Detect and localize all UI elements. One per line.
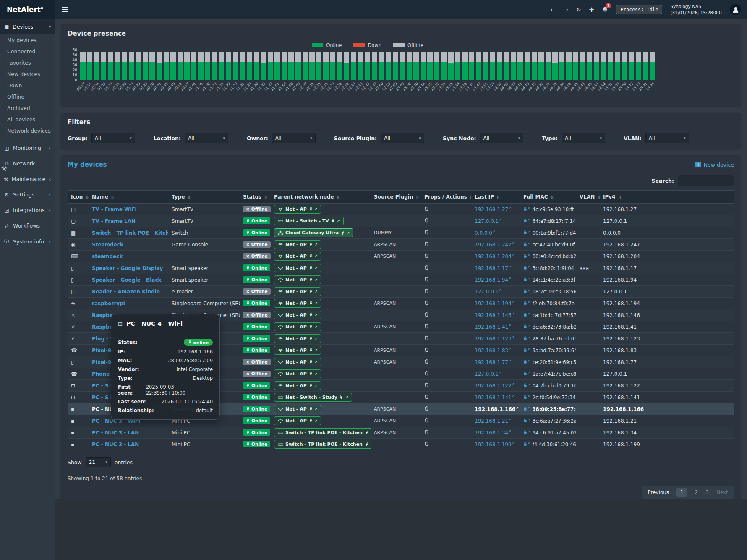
lock-icon[interactable]: ↗: [523, 301, 530, 305]
notifications-bell-icon[interactable]: 1: [602, 6, 608, 13]
delete-device-icon[interactable]: [424, 406, 429, 411]
chart-bar[interactable]: [566, 50, 572, 80]
device-row[interactable]: ▢ TV - Frame WiFi SmartTV ×Offline Net -…: [68, 204, 734, 215]
last-ip-link[interactable]: 192.168.1.83↗: [475, 348, 511, 353]
device-row[interactable]: ✳ raspberrypi Singleboard Computer (SBC)…: [68, 298, 734, 309]
device-name-link[interactable]: Reader - Amazon Kindle: [92, 289, 160, 295]
delete-device-icon[interactable]: [424, 359, 429, 364]
chart-bar[interactable]: [316, 50, 322, 80]
lock-icon[interactable]: ↗: [523, 359, 530, 364]
device-name-link[interactable]: raspberrypi: [92, 301, 125, 306]
parent-node-button[interactable]: Net - AP ↗: [274, 311, 321, 319]
sidebar-item-all-devices[interactable]: All devices: [0, 114, 55, 125]
chart-bar[interactable]: [511, 50, 516, 80]
sidebar-item-integrations[interactable]: ◲ Integrations ‹: [0, 202, 55, 218]
chart-bar[interactable]: [122, 50, 127, 80]
last-ip-link[interactable]: 192.168.1.94↗: [475, 277, 511, 283]
app-logo[interactable]: NetAlertx: [0, 0, 55, 19]
chart-bar[interactable]: [87, 50, 93, 80]
chart-bar[interactable]: [323, 50, 329, 80]
chart-bar[interactable]: [309, 50, 315, 80]
chart-bar[interactable]: [288, 50, 294, 80]
chart-bar[interactable]: [247, 50, 252, 80]
chart-bar[interactable]: [184, 50, 190, 80]
lock-icon[interactable]: ↗: [523, 418, 530, 423]
floating-wrench-icon[interactable]: ⚒: [1, 165, 7, 173]
last-ip-link[interactable]: 192.168.1.17↗: [475, 265, 511, 271]
search-input[interactable]: [678, 175, 734, 186]
delete-device-icon[interactable]: [424, 300, 429, 305]
delete-device-icon[interactable]: [424, 371, 429, 376]
parent-node-button[interactable]: Switch - TP link POE - Kitchen ↗: [274, 440, 371, 448]
chart-bar[interactable]: [178, 50, 183, 80]
sidebar-item-monitoring[interactable]: ◫ Monitoring ‹: [0, 140, 55, 156]
chart-bar[interactable]: [240, 50, 246, 80]
parent-node-button[interactable]: Net - AP ↗: [274, 369, 321, 378]
last-ip-link[interactable]: 192.168.1.146↗: [475, 312, 515, 318]
lock-icon[interactable]: ↗: [523, 312, 530, 317]
last-ip-link[interactable]: 192.168.1.123↗: [475, 336, 515, 342]
device-name-link[interactable]: Speaker - Google Display: [92, 265, 163, 271]
filter-select-source-plugin[interactable]: All ▾: [381, 133, 424, 143]
nav-back-icon[interactable]: ←: [551, 6, 556, 13]
chart-bar[interactable]: [295, 50, 301, 80]
chart-bar[interactable]: [587, 50, 593, 80]
chart-bar[interactable]: [601, 50, 606, 80]
chart-bar[interactable]: [205, 50, 211, 80]
chart-bar[interactable]: [483, 50, 488, 80]
sidebar-item-offline[interactable]: Offline: [0, 91, 55, 102]
chart-bar[interactable]: [629, 50, 634, 80]
device-row[interactable]: ▯ Speaker - Google Display Smart speaker…: [68, 262, 734, 274]
delete-device-icon[interactable]: [424, 230, 429, 235]
chart-bar[interactable]: [427, 50, 433, 80]
device-name-link[interactable]: PC - NUC 2 - LAN: [92, 442, 139, 447]
chart-bar[interactable]: [170, 50, 176, 80]
nav-forward-icon[interactable]: →: [563, 6, 568, 13]
parent-node-button[interactable]: Net - AP ↗: [274, 252, 321, 260]
chart-bar[interactable]: [650, 50, 655, 80]
column-header-vlan[interactable]: VLAN⇅: [576, 191, 600, 204]
parent-node-button[interactable]: Net - AP ↗: [274, 240, 321, 249]
parent-node-button[interactable]: Net - AP ↗: [274, 275, 321, 284]
lock-icon[interactable]: ↗: [523, 395, 530, 399]
last-ip-link[interactable]: 192.168.1.41↗: [475, 324, 511, 330]
pagination-page-2[interactable]: 2: [695, 489, 698, 495]
chart-bar[interactable]: [254, 50, 259, 80]
parent-node-button[interactable]: Cloud Gateway Ultra ↗: [274, 228, 353, 237]
last-ip-link[interactable]: 192.168.1.21↗: [475, 418, 511, 424]
sidebar-item-maintenance[interactable]: ⚒ Maintenance ‹: [0, 171, 55, 187]
chart-bar[interactable]: [226, 50, 231, 80]
chart-bar[interactable]: [413, 50, 419, 80]
sidebar-item-new-devices[interactable]: New devices: [0, 68, 55, 80]
column-header-icon[interactable]: Icon⇅: [68, 191, 89, 204]
sidebar-item-down[interactable]: Down: [0, 80, 55, 91]
column-header-type[interactable]: Type⇅: [168, 191, 240, 204]
chart-bar[interactable]: [365, 50, 370, 80]
device-name-link[interactable]: steamdeck: [92, 254, 123, 259]
page-size-select[interactable]: 21 ▾: [86, 457, 111, 467]
parent-node-button[interactable]: Net - Switch - Study ↗: [274, 393, 352, 401]
chart-bar[interactable]: [504, 50, 509, 80]
chart-bar[interactable]: [268, 50, 273, 80]
chart-bar[interactable]: [303, 50, 308, 80]
sidebar-item-connected[interactable]: Connected: [0, 46, 55, 57]
last-ip-link[interactable]: 192.168.1.166↗: [475, 406, 518, 412]
lock-icon[interactable]: ↗: [523, 406, 530, 411]
filter-select-vlan[interactable]: All ▾: [645, 133, 689, 143]
column-header-source-plugin[interactable]: Source Plugin⇅: [371, 191, 421, 204]
delete-device-icon[interactable]: [424, 418, 429, 423]
sidebar-item-my-devices[interactable]: My devices: [0, 34, 55, 46]
chart-bar[interactable]: [573, 50, 579, 80]
chart-bar[interactable]: [191, 50, 197, 80]
parent-node-button[interactable]: Net - AP ↗: [274, 358, 321, 366]
device-name-link[interactable]: Switch - TP link POE - Kitchen: [92, 230, 168, 236]
chart-bar[interactable]: [497, 50, 502, 80]
lock-icon[interactable]: ↗: [523, 289, 530, 293]
device-row[interactable]: ⌨ steamdeck ×Offline Net - AP ↗ ARPSCAN …: [68, 251, 734, 262]
lock-icon[interactable]: ↗: [523, 218, 530, 223]
lock-icon[interactable]: ↗: [523, 324, 530, 329]
chart-bar[interactable]: [344, 50, 350, 80]
chart-bar[interactable]: [94, 50, 99, 80]
device-row[interactable]: ◉ Steamdeck Game Console ×Offline Net - …: [68, 239, 734, 251]
delete-device-icon[interactable]: [424, 324, 429, 329]
